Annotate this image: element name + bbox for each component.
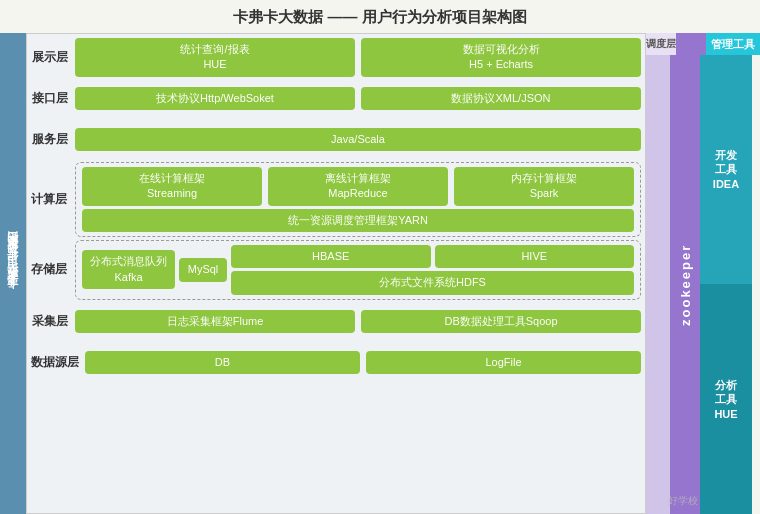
schedule-header: 调度层 xyxy=(646,33,676,55)
compute-content: 在线计算框架 Streaming 离线计算框架 MapReduce 内存计算框架… xyxy=(75,162,641,237)
storage-layer: 存储层 分布式消息队列 Kafka MySql HBASE HIVE 分布式 xyxy=(31,240,641,300)
compute-top: 在线计算框架 Streaming 离线计算框架 MapReduce 内存计算框架… xyxy=(82,167,634,206)
datasource-label: 数据源层 xyxy=(31,354,79,371)
analysis-tool-box: 分析 工具 HUE xyxy=(700,285,752,514)
manage-tools-header: 管理工具 xyxy=(706,33,760,55)
display-layer: 展示层 统计查询/报表 HUE 数据可视化分析 H5 + Echarts xyxy=(31,38,641,77)
compute-inner: 在线计算框架 Streaming 离线计算框架 MapReduce 内存计算框架… xyxy=(75,162,641,237)
logfile-box: LogFile xyxy=(366,351,641,374)
sqoop-box: DB数据处理工具Sqoop xyxy=(361,310,641,333)
right-body: zookeeper 开发 工具 IDEA 分析 工具 HUE xyxy=(646,55,760,514)
interface-content: 技术协议Http/WebSoket 数据协议XML/JSON xyxy=(75,87,641,110)
compute-layer: 计算层 在线计算框架 Streaming 离线计算框架 MapReduce 内存… xyxy=(31,162,641,237)
db-box: DB xyxy=(85,351,360,374)
kafka-box: 分布式消息队列 Kafka xyxy=(82,250,175,289)
spark-box: 内存计算框架 Spark xyxy=(454,167,634,206)
storage-inner: 分布式消息队列 Kafka MySql HBASE HIVE 分布式文件系统HD… xyxy=(75,240,641,300)
zookeeper-header-spacer xyxy=(676,33,706,55)
service-layer: 服务层 Java/Scala xyxy=(31,121,641,159)
interface-label: 接口层 xyxy=(31,90,69,107)
compute-label: 计算层 xyxy=(31,162,69,237)
service-label: 服务层 xyxy=(31,131,69,148)
page-title: 卡弗卡大数据 —— 用户行为分析项目架构图 xyxy=(0,0,760,33)
collect-content: 日志采集框架Flume DB数据处理工具Sqoop xyxy=(75,310,641,333)
yarn-box: 统一资源调度管理框架YARN xyxy=(82,209,634,232)
storage-label: 存储层 xyxy=(31,240,69,300)
java-scala-box: Java/Scala xyxy=(75,128,641,151)
hue-box: 统计查询/报表 HUE xyxy=(75,38,355,77)
display-label: 展示层 xyxy=(31,49,69,66)
storage-top: 分布式消息队列 Kafka MySql HBASE HIVE 分布式文件系统HD… xyxy=(82,245,634,295)
schedule-strip xyxy=(646,55,670,514)
mapreduce-box: 离线计算框架 MapReduce xyxy=(268,167,448,206)
hbase-box: HBASE xyxy=(231,245,431,268)
display-content: 统计查询/报表 HUE 数据可视化分析 H5 + Echarts xyxy=(75,38,641,77)
flume-box: 日志采集框架Flume xyxy=(75,310,355,333)
hive-box: HIVE xyxy=(435,245,635,268)
interface-layer: 接口层 技术协议Http/WebSoket 数据协议XML/JSON xyxy=(31,80,641,118)
left-label: 卡弗卡大数据 用户行为分析架构图 xyxy=(0,33,26,514)
collect-layer: 采集层 日志采集框架Flume DB数据处理工具Sqoop xyxy=(31,303,641,341)
collect-label: 采集层 xyxy=(31,313,69,330)
zookeeper-col: zookeeper xyxy=(670,55,700,514)
echarts-box: 数据可视化分析 H5 + Echarts xyxy=(361,38,641,77)
xml-box: 数据协议XML/JSON xyxy=(361,87,641,110)
main-grid: 展示层 统计查询/报表 HUE 数据可视化分析 H5 + Echarts 接口层… xyxy=(26,33,646,514)
mysql-box: MySql xyxy=(179,258,227,281)
right-panel: 调度层 管理工具 zookeeper 开发 工具 IDEA 分析 工具 HUE xyxy=(646,33,760,514)
manage-tools-col: 开发 工具 IDEA 分析 工具 HUE xyxy=(700,55,752,514)
storage-content: 分布式消息队列 Kafka MySql HBASE HIVE 分布式文件系统HD… xyxy=(75,240,641,300)
http-box: 技术协议Http/WebSoket xyxy=(75,87,355,110)
watermark: 好学校 xyxy=(668,494,698,508)
hdfs-box: 分布式文件系统HDFS xyxy=(231,271,634,294)
streaming-box: 在线计算框架 Streaming xyxy=(82,167,262,206)
datasource-content: DB LogFile xyxy=(85,351,641,374)
dev-tool-box: 开发 工具 IDEA xyxy=(700,55,752,284)
compute-bottom: 统一资源调度管理框架YARN xyxy=(82,209,634,232)
service-content: Java/Scala xyxy=(75,128,641,151)
datasource-layer: 数据源层 DB LogFile xyxy=(31,344,641,382)
